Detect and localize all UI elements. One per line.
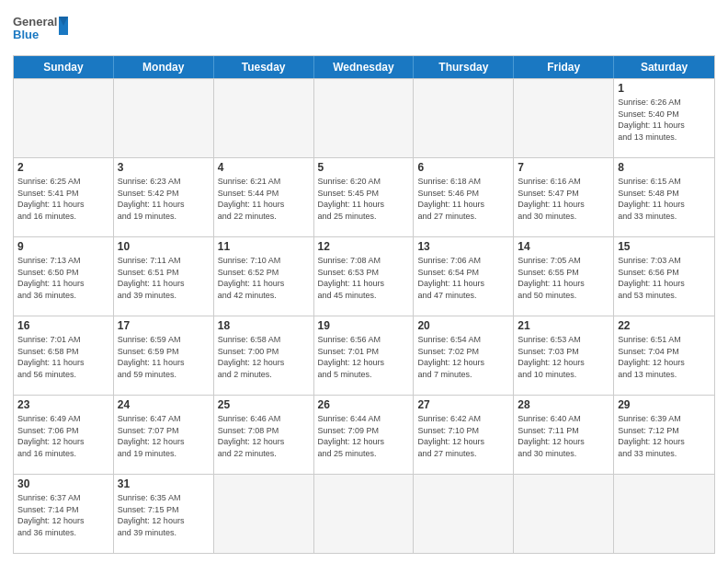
calendar-cell — [214, 475, 314, 553]
calendar-cell: 21Sunrise: 6:53 AM Sunset: 7:03 PM Dayli… — [514, 316, 614, 395]
day-info: Sunrise: 6:56 AM Sunset: 7:01 PM Dayligh… — [318, 334, 410, 380]
day-info: Sunrise: 6:58 AM Sunset: 7:00 PM Dayligh… — [218, 334, 310, 380]
day-number: 16 — [17, 319, 109, 332]
calendar-cell — [214, 79, 314, 157]
day-number: 30 — [17, 477, 109, 490]
calendar-cell: 12Sunrise: 7:08 AM Sunset: 6:53 PM Dayli… — [314, 237, 415, 316]
weekday-header: Monday — [114, 56, 214, 78]
calendar-cell — [414, 79, 514, 157]
day-info: Sunrise: 6:42 AM Sunset: 7:10 PM Dayligh… — [417, 413, 509, 459]
day-info: Sunrise: 7:08 AM Sunset: 6:53 PM Dayligh… — [318, 255, 410, 301]
header: General Blue — [13, 9, 715, 50]
calendar-cell: 25Sunrise: 6:46 AM Sunset: 7:08 PM Dayli… — [214, 396, 314, 474]
day-info: Sunrise: 6:54 AM Sunset: 7:02 PM Dayligh… — [417, 334, 509, 380]
weekday-header: Thursday — [414, 56, 514, 78]
day-info: Sunrise: 7:01 AM Sunset: 6:58 PM Dayligh… — [17, 334, 109, 380]
calendar-row: 30Sunrise: 6:37 AM Sunset: 7:14 PM Dayli… — [14, 474, 714, 553]
calendar-cell: 19Sunrise: 6:56 AM Sunset: 7:01 PM Dayli… — [314, 316, 415, 395]
day-info: Sunrise: 6:15 AM Sunset: 5:48 PM Dayligh… — [618, 176, 711, 222]
calendar-cell: 5Sunrise: 6:20 AM Sunset: 5:45 PM Daylig… — [314, 158, 415, 236]
calendar-cell — [614, 475, 714, 553]
day-number: 21 — [518, 319, 609, 332]
weekday-header: Sunday — [14, 56, 114, 78]
day-number: 13 — [417, 240, 509, 253]
day-info: Sunrise: 6:18 AM Sunset: 5:46 PM Dayligh… — [417, 176, 509, 222]
day-info: Sunrise: 6:35 AM Sunset: 7:15 PM Dayligh… — [118, 492, 210, 538]
day-number: 29 — [618, 398, 711, 411]
day-number: 10 — [118, 240, 210, 253]
day-info: Sunrise: 7:13 AM Sunset: 6:50 PM Dayligh… — [17, 255, 109, 301]
calendar-cell: 24Sunrise: 6:47 AM Sunset: 7:07 PM Dayli… — [114, 396, 214, 474]
calendar-cell: 7Sunrise: 6:16 AM Sunset: 5:47 PM Daylig… — [514, 158, 614, 236]
day-info: Sunrise: 6:20 AM Sunset: 5:45 PM Dayligh… — [318, 176, 410, 222]
svg-text:General: General — [13, 15, 57, 29]
calendar-cell: 3Sunrise: 6:23 AM Sunset: 5:42 PM Daylig… — [114, 158, 214, 236]
day-number: 14 — [518, 240, 609, 253]
day-number: 3 — [118, 161, 210, 174]
calendar-cell: 6Sunrise: 6:18 AM Sunset: 5:46 PM Daylig… — [414, 158, 514, 236]
calendar-cell — [414, 475, 514, 553]
day-info: Sunrise: 6:44 AM Sunset: 7:09 PM Dayligh… — [318, 413, 410, 459]
day-number: 4 — [218, 161, 310, 174]
day-info: Sunrise: 6:59 AM Sunset: 6:59 PM Dayligh… — [118, 334, 210, 380]
day-number: 22 — [618, 319, 711, 332]
day-info: Sunrise: 6:21 AM Sunset: 5:44 PM Dayligh… — [218, 176, 310, 222]
calendar-cell: 22Sunrise: 6:51 AM Sunset: 7:04 PM Dayli… — [614, 316, 714, 395]
day-number: 28 — [518, 398, 609, 411]
calendar-cell: 31Sunrise: 6:35 AM Sunset: 7:15 PM Dayli… — [114, 475, 214, 553]
day-number: 5 — [318, 161, 410, 174]
weekday-header: Saturday — [614, 56, 714, 78]
day-number: 17 — [118, 319, 210, 332]
day-info: Sunrise: 7:11 AM Sunset: 6:51 PM Dayligh… — [118, 255, 210, 301]
day-info: Sunrise: 6:46 AM Sunset: 7:08 PM Dayligh… — [218, 413, 310, 459]
day-info: Sunrise: 6:51 AM Sunset: 7:04 PM Dayligh… — [618, 334, 711, 380]
day-number: 9 — [17, 240, 109, 253]
day-info: Sunrise: 7:03 AM Sunset: 6:56 PM Dayligh… — [618, 255, 711, 301]
calendar-cell: 1Sunrise: 6:26 AM Sunset: 5:40 PM Daylig… — [614, 79, 714, 157]
day-info: Sunrise: 6:23 AM Sunset: 5:42 PM Dayligh… — [118, 176, 210, 222]
calendar-cell: 18Sunrise: 6:58 AM Sunset: 7:00 PM Dayli… — [214, 316, 314, 395]
calendar-row: 2Sunrise: 6:25 AM Sunset: 5:41 PM Daylig… — [14, 157, 714, 236]
calendar-cell: 15Sunrise: 7:03 AM Sunset: 6:56 PM Dayli… — [614, 237, 714, 316]
calendar-row: 23Sunrise: 6:49 AM Sunset: 7:06 PM Dayli… — [14, 395, 714, 474]
calendar-cell: 13Sunrise: 7:06 AM Sunset: 6:54 PM Dayli… — [414, 237, 514, 316]
day-info: Sunrise: 6:16 AM Sunset: 5:47 PM Dayligh… — [518, 176, 609, 222]
calendar-cell — [314, 475, 415, 553]
calendar-body: 1Sunrise: 6:26 AM Sunset: 5:40 PM Daylig… — [14, 78, 714, 553]
day-number: 27 — [417, 398, 509, 411]
day-number: 2 — [17, 161, 109, 174]
calendar-cell: 20Sunrise: 6:54 AM Sunset: 7:02 PM Dayli… — [414, 316, 514, 395]
day-number: 12 — [318, 240, 410, 253]
weekday-header: Tuesday — [214, 56, 314, 78]
calendar: SundayMondayTuesdayWednesdayThursdayFrid… — [13, 55, 715, 554]
day-number: 8 — [618, 161, 711, 174]
day-number: 15 — [618, 240, 711, 253]
calendar-cell: 2Sunrise: 6:25 AM Sunset: 5:41 PM Daylig… — [14, 158, 114, 236]
day-number: 24 — [118, 398, 210, 411]
day-number: 11 — [218, 240, 310, 253]
day-info: Sunrise: 6:39 AM Sunset: 7:12 PM Dayligh… — [618, 413, 711, 459]
day-info: Sunrise: 6:53 AM Sunset: 7:03 PM Dayligh… — [518, 334, 609, 380]
calendar-cell: 9Sunrise: 7:13 AM Sunset: 6:50 PM Daylig… — [14, 237, 114, 316]
calendar-cell — [14, 79, 114, 157]
day-number: 7 — [518, 161, 609, 174]
calendar-cell: 4Sunrise: 6:21 AM Sunset: 5:44 PM Daylig… — [214, 158, 314, 236]
calendar-cell: 17Sunrise: 6:59 AM Sunset: 6:59 PM Dayli… — [114, 316, 214, 395]
day-info: Sunrise: 6:26 AM Sunset: 5:40 PM Dayligh… — [618, 97, 711, 143]
svg-text:Blue: Blue — [13, 28, 39, 41]
calendar-cell — [114, 79, 214, 157]
calendar-cell: 28Sunrise: 6:40 AM Sunset: 7:11 PM Dayli… — [514, 396, 614, 474]
day-number: 23 — [17, 398, 109, 411]
day-info: Sunrise: 6:37 AM Sunset: 7:14 PM Dayligh… — [17, 492, 109, 538]
day-number: 26 — [318, 398, 410, 411]
calendar-row: 9Sunrise: 7:13 AM Sunset: 6:50 PM Daylig… — [14, 236, 714, 316]
day-info: Sunrise: 6:47 AM Sunset: 7:07 PM Dayligh… — [118, 413, 210, 459]
calendar-row: 16Sunrise: 7:01 AM Sunset: 6:58 PM Dayli… — [14, 316, 714, 395]
page: General Blue SundayMondayTuesdayWednesda… — [0, 0, 728, 563]
day-number: 31 — [118, 477, 210, 490]
logo-icon: General Blue — [13, 9, 68, 50]
day-info: Sunrise: 6:25 AM Sunset: 5:41 PM Dayligh… — [17, 176, 109, 222]
calendar-cell: 8Sunrise: 6:15 AM Sunset: 5:48 PM Daylig… — [614, 158, 714, 236]
day-info: Sunrise: 6:49 AM Sunset: 7:06 PM Dayligh… — [17, 413, 109, 459]
day-number: 19 — [318, 319, 410, 332]
